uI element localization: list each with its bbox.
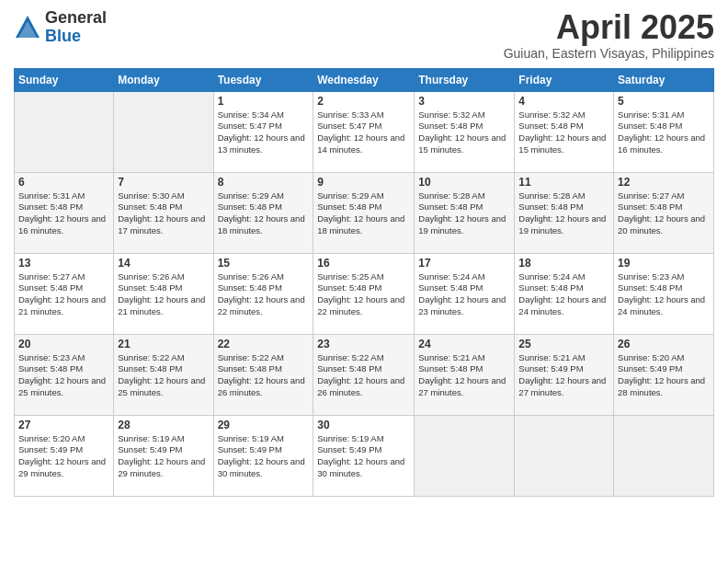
day-number: 9 [317,176,410,189]
day-number: 12 [618,176,710,189]
day-cell: 5Sunrise: 5:31 AM Sunset: 5:48 PM Daylig… [614,91,714,172]
day-cell: 8Sunrise: 5:29 AM Sunset: 5:48 PM Daylig… [213,172,313,253]
day-number: 13 [18,257,109,270]
day-info: Sunrise: 5:30 AM Sunset: 5:48 PM Dayligh… [118,190,209,237]
day-number: 23 [317,338,410,350]
day-cell: 17Sunrise: 5:24 AM Sunset: 5:48 PM Dayli… [415,253,515,334]
day-info: Sunrise: 5:22 AM Sunset: 5:48 PM Dayligh… [218,352,310,399]
day-cell: 29Sunrise: 5:19 AM Sunset: 5:49 PM Dayli… [213,415,313,496]
day-cell: 3Sunrise: 5:32 AM Sunset: 5:48 PM Daylig… [415,91,515,172]
logo-icon [14,14,41,41]
day-cell: 13Sunrise: 5:27 AM Sunset: 5:48 PM Dayli… [15,253,114,334]
day-info: Sunrise: 5:27 AM Sunset: 5:48 PM Dayligh… [18,271,109,318]
day-info: Sunrise: 5:26 AM Sunset: 5:48 PM Dayligh… [218,271,310,318]
day-number: 4 [518,95,609,108]
calendar-subtitle: Guiuan, Eastern Visayas, Philippines [504,46,714,61]
day-cell: 4Sunrise: 5:32 AM Sunset: 5:48 PM Daylig… [515,91,614,172]
day-cell [614,415,714,496]
day-cell [515,415,614,496]
day-cell: 10Sunrise: 5:28 AM Sunset: 5:48 PM Dayli… [415,172,515,253]
day-cell [415,415,515,496]
day-cell: 2Sunrise: 5:33 AM Sunset: 5:47 PM Daylig… [313,91,415,172]
day-info: Sunrise: 5:19 AM Sunset: 5:49 PM Dayligh… [118,433,209,480]
day-cell: 19Sunrise: 5:23 AM Sunset: 5:48 PM Dayli… [614,253,714,334]
day-info: Sunrise: 5:24 AM Sunset: 5:48 PM Dayligh… [518,271,609,318]
day-cell: 23Sunrise: 5:22 AM Sunset: 5:48 PM Dayli… [313,334,415,415]
day-number: 26 [618,338,710,350]
week-row-4: 20Sunrise: 5:23 AM Sunset: 5:48 PM Dayli… [15,334,714,415]
day-header-tuesday: Tuesday [213,68,313,91]
day-info: Sunrise: 5:23 AM Sunset: 5:48 PM Dayligh… [618,271,710,318]
day-number: 2 [317,95,410,108]
day-number: 17 [418,257,510,270]
day-info: Sunrise: 5:28 AM Sunset: 5:48 PM Dayligh… [418,190,510,237]
day-info: Sunrise: 5:23 AM Sunset: 5:48 PM Dayligh… [18,352,109,399]
day-info: Sunrise: 5:33 AM Sunset: 5:47 PM Dayligh… [317,109,410,156]
week-row-1: 1Sunrise: 5:34 AM Sunset: 5:47 PM Daylig… [15,91,714,172]
day-number: 19 [618,257,710,270]
day-info: Sunrise: 5:21 AM Sunset: 5:48 PM Dayligh… [418,352,510,399]
day-cell: 20Sunrise: 5:23 AM Sunset: 5:48 PM Dayli… [15,334,114,415]
day-number: 21 [118,338,209,350]
day-cell: 30Sunrise: 5:19 AM Sunset: 5:49 PM Dayli… [313,415,415,496]
week-row-3: 13Sunrise: 5:27 AM Sunset: 5:48 PM Dayli… [15,253,714,334]
calendar-body: 1Sunrise: 5:34 AM Sunset: 5:47 PM Daylig… [15,91,714,496]
day-info: Sunrise: 5:29 AM Sunset: 5:48 PM Dayligh… [317,190,410,237]
day-info: Sunrise: 5:20 AM Sunset: 5:49 PM Dayligh… [18,433,109,480]
day-header-thursday: Thursday [415,68,515,91]
day-header-saturday: Saturday [614,68,714,91]
header-row: SundayMondayTuesdayWednesdayThursdayFrid… [15,68,714,91]
day-info: Sunrise: 5:21 AM Sunset: 5:49 PM Dayligh… [518,352,609,399]
day-number: 22 [218,338,310,350]
day-cell: 28Sunrise: 5:19 AM Sunset: 5:49 PM Dayli… [114,415,213,496]
day-number: 10 [418,176,510,189]
day-info: Sunrise: 5:20 AM Sunset: 5:49 PM Dayligh… [618,352,710,399]
day-header-wednesday: Wednesday [313,68,415,91]
day-info: Sunrise: 5:26 AM Sunset: 5:48 PM Dayligh… [118,271,209,318]
day-number: 15 [218,257,310,270]
day-number: 3 [418,95,510,108]
day-cell: 1Sunrise: 5:34 AM Sunset: 5:47 PM Daylig… [213,91,313,172]
calendar-table: SundayMondayTuesdayWednesdayThursdayFrid… [14,68,714,497]
day-info: Sunrise: 5:22 AM Sunset: 5:48 PM Dayligh… [118,352,209,399]
day-number: 28 [118,419,209,431]
day-header-sunday: Sunday [15,68,114,91]
day-number: 27 [18,419,109,431]
day-cell: 15Sunrise: 5:26 AM Sunset: 5:48 PM Dayli… [213,253,313,334]
day-info: Sunrise: 5:34 AM Sunset: 5:47 PM Dayligh… [218,109,310,156]
day-info: Sunrise: 5:29 AM Sunset: 5:48 PM Dayligh… [218,190,310,237]
day-number: 6 [18,176,109,189]
day-cell: 16Sunrise: 5:25 AM Sunset: 5:48 PM Dayli… [313,253,415,334]
calendar-thead: SundayMondayTuesdayWednesdayThursdayFrid… [15,68,714,91]
week-row-5: 27Sunrise: 5:20 AM Sunset: 5:49 PM Dayli… [15,415,714,496]
title-section: April 2025 Guiuan, Eastern Visayas, Phil… [504,9,714,61]
day-cell: 18Sunrise: 5:24 AM Sunset: 5:48 PM Dayli… [515,253,614,334]
logo: General Blue [14,9,107,46]
day-cell: 6Sunrise: 5:31 AM Sunset: 5:48 PM Daylig… [15,172,114,253]
day-cell: 12Sunrise: 5:27 AM Sunset: 5:48 PM Dayli… [614,172,714,253]
day-info: Sunrise: 5:25 AM Sunset: 5:48 PM Dayligh… [317,271,410,318]
day-number: 20 [18,338,109,350]
day-info: Sunrise: 5:24 AM Sunset: 5:48 PM Dayligh… [418,271,510,318]
day-info: Sunrise: 5:31 AM Sunset: 5:48 PM Dayligh… [618,109,710,156]
day-header-monday: Monday [114,68,213,91]
day-info: Sunrise: 5:31 AM Sunset: 5:48 PM Dayligh… [18,190,109,237]
day-cell: 25Sunrise: 5:21 AM Sunset: 5:49 PM Dayli… [515,334,614,415]
logo-general-text: General [45,9,107,28]
day-number: 16 [317,257,410,270]
day-number: 24 [418,338,510,350]
day-cell: 26Sunrise: 5:20 AM Sunset: 5:49 PM Dayli… [614,334,714,415]
day-number: 5 [618,95,710,108]
day-number: 18 [518,257,609,270]
header: General Blue April 2025 Guiuan, Eastern … [14,9,714,61]
day-number: 11 [518,176,609,189]
day-number: 8 [218,176,310,189]
day-number: 14 [118,257,209,270]
day-cell: 22Sunrise: 5:22 AM Sunset: 5:48 PM Dayli… [213,334,313,415]
day-number: 7 [118,176,209,189]
day-info: Sunrise: 5:28 AM Sunset: 5:48 PM Dayligh… [518,190,609,237]
day-number: 1 [218,95,310,108]
day-info: Sunrise: 5:19 AM Sunset: 5:49 PM Dayligh… [317,433,410,480]
day-number: 25 [518,338,609,350]
day-cell: 24Sunrise: 5:21 AM Sunset: 5:48 PM Dayli… [415,334,515,415]
